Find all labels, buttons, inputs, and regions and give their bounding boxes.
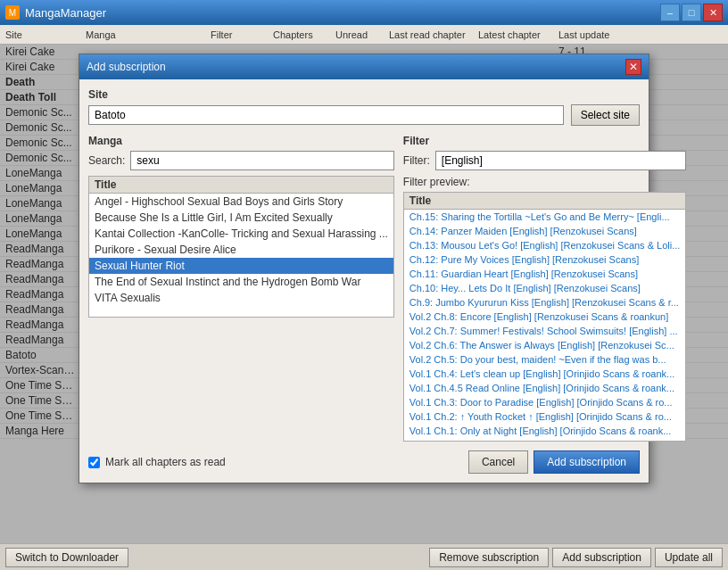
filter-list-item[interactable]: Ch.15: Sharing the Tortilla ~Let's Go an…: [404, 210, 686, 224]
cancel-button[interactable]: Cancel: [468, 450, 528, 474]
window-title: MangaManager: [25, 6, 106, 20]
dialog-close-button[interactable]: ✕: [625, 59, 641, 75]
filter-section-label: Filter: [403, 135, 687, 147]
filter-list-header: Title: [404, 193, 686, 210]
manga-list-item[interactable]: The End of Sexual Instinct and the Hydro…: [89, 274, 393, 290]
site-input[interactable]: [88, 105, 564, 125]
mark-all-checkbox[interactable]: [88, 457, 100, 468]
manga-list-item[interactable]: VITA Sexualis: [89, 290, 393, 306]
mark-all-label: Mark all chapters as read: [105, 456, 226, 468]
filter-list-item[interactable]: Vol.2 Ch.6: The Answer is Always [Englis…: [404, 338, 686, 352]
site-section-label: Site: [88, 88, 640, 101]
filter-list-item[interactable]: Ch.13: Mousou Let's Go! [English] [Renzo…: [404, 238, 686, 252]
col-unread[interactable]: Unread: [330, 29, 384, 40]
search-label: Search:: [88, 154, 125, 167]
filter-input[interactable]: [435, 151, 687, 170]
filter-section: Filter Filter: Filter preview: Title Ch.…: [403, 135, 687, 442]
filter-list-item[interactable]: Ch.11: Guardian Heart [English] [Renzoku…: [404, 267, 686, 281]
minimize-button[interactable]: –: [660, 4, 680, 21]
search-input[interactable]: [130, 151, 393, 170]
manga-list[interactable]: Angel - Highschool Sexual Bad Boys and G…: [88, 193, 394, 318]
col-last-read[interactable]: Last read chapter: [384, 29, 473, 40]
dialog-title-bar: Add subscription ✕: [79, 54, 649, 79]
filter-row: Filter:: [403, 151, 687, 170]
dialog-body: Site Select site Manga Search: Title: [79, 79, 649, 483]
filter-list-item[interactable]: Ch.9: Jumbo Kyururun Kiss [English] [Ren…: [404, 295, 686, 310]
filter-list[interactable]: Title Ch.15: Sharing the Tortilla ~Let's…: [403, 192, 687, 442]
site-row: Select site: [88, 104, 640, 126]
filter-list-item[interactable]: Vol.1 Ch.4.5 Read Online [English] [Orin…: [404, 381, 686, 395]
select-site-button[interactable]: Select site: [571, 104, 640, 126]
add-subscription-button[interactable]: Add subscription: [534, 450, 640, 474]
title-bar: M MangaManager – □ ✕: [0, 0, 728, 25]
manga-filter-row: Manga Search: Title Angel - Highschool S…: [88, 135, 640, 442]
checkbox-row: Mark all chapters as read: [88, 456, 226, 468]
filter-list-item[interactable]: Vol.2 Ch.7: Summer! Festivals! School Sw…: [404, 324, 686, 338]
add-subscription-footer-button[interactable]: Add subscription: [552, 548, 651, 567]
app-icon: M: [5, 5, 20, 20]
dialog-buttons: Cancel Add subscription: [468, 450, 640, 474]
switch-to-downloader-button[interactable]: Switch to Downloader: [5, 548, 128, 567]
filter-label: Filter:: [403, 154, 430, 167]
add-subscription-dialog: Add subscription ✕ Site Select site Mang…: [79, 54, 649, 483]
maximize-button[interactable]: □: [682, 4, 701, 21]
filter-list-item[interactable]: Vol.2 Ch.8: Encore [English] [Renzokusei…: [404, 310, 686, 324]
filter-list-item[interactable]: Vol.2 Ch.5: Do your best, maiden! ~Even …: [404, 352, 686, 367]
col-filter[interactable]: Filter: [205, 29, 268, 40]
remove-subscription-button[interactable]: Remove subscription: [429, 548, 549, 567]
bottom-bar: Switch to Downloader Remove subscription…: [0, 543, 728, 570]
dialog-bottom: Mark all chapters as read Cancel Add sub…: [88, 450, 640, 474]
filter-list-item[interactable]: Vol.1 Ch.2: ↑ Youth Rocket ↑ [English] […: [404, 409, 686, 424]
column-headers: Site Manga Filter Chapters Unread Last r…: [0, 25, 728, 45]
window-controls: – □ ✕: [660, 4, 723, 21]
manga-list-item[interactable]: Because She Is a Little Girl, I Am Excit…: [89, 210, 393, 226]
filter-list-item[interactable]: Ch.12: Pure My Voices [English] [Renzoku…: [404, 252, 686, 267]
col-manga[interactable]: Manga: [80, 29, 205, 40]
filter-list-item[interactable]: Ch.10: Hey... Lets Do It [English] [Renz…: [404, 281, 686, 295]
main-area: Kirei Cake 7 - 11... Kirei Cake 7 - 11..…: [0, 45, 728, 543]
filter-list-item[interactable]: Vol.1 Ch.3: Door to Paradise [English] […: [404, 395, 686, 409]
col-site[interactable]: Site: [0, 29, 80, 40]
filter-preview-label: Filter preview:: [403, 176, 687, 188]
col-last-update[interactable]: Last update: [553, 29, 728, 40]
close-button[interactable]: ✕: [703, 4, 723, 21]
filter-list-item[interactable]: Vol.1 Ch.4: Let's clean up [English] [Or…: [404, 367, 686, 381]
manga-section: Manga Search: Title Angel - Highschool S…: [88, 135, 394, 442]
filter-list-item[interactable]: Ch.14: Panzer Maiden [English] [Renzokus…: [404, 224, 686, 238]
manga-list-header: Title: [88, 176, 394, 193]
manga-list-item[interactable]: Sexual Hunter Riot: [89, 258, 393, 274]
bottom-right-buttons: Remove subscription Add subscription Upd…: [429, 548, 723, 567]
manga-list-item[interactable]: Kantai Collection -KanColle- Tricking an…: [89, 226, 393, 242]
manga-list-item[interactable]: Angel - Highschool Sexual Bad Boys and G…: [89, 194, 393, 210]
dialog-title: Add subscription: [87, 61, 166, 73]
search-row: Search:: [88, 151, 394, 170]
update-all-button[interactable]: Update all: [655, 548, 723, 567]
manga-list-item[interactable]: Purikore - Sexual Desire Alice: [89, 242, 393, 258]
col-chapters[interactable]: Chapters: [268, 29, 330, 40]
manga-section-label: Manga: [88, 135, 394, 147]
filter-list-item[interactable]: Vol.1 Ch.1: Only at Night [English] [Ori…: [404, 424, 686, 438]
col-latest[interactable]: Latest chapter: [473, 29, 553, 40]
modal-overlay: Add subscription ✕ Site Select site Mang…: [0, 45, 728, 543]
